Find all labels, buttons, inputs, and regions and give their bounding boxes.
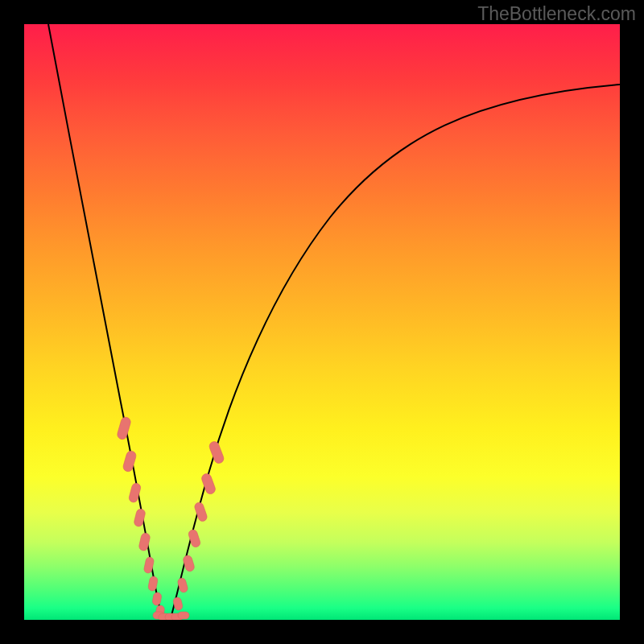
left-branch-curve [48,24,164,618]
svg-rect-7 [152,592,163,605]
right-branch-curve [171,85,620,618]
svg-rect-20 [208,440,225,464]
markers-bottom [153,612,189,620]
markers-right [172,440,225,611]
svg-rect-13 [178,612,189,619]
svg-rect-16 [182,555,195,572]
svg-rect-6 [147,576,158,592]
svg-rect-1 [122,450,138,473]
svg-rect-15 [177,577,189,593]
watermark-text: TheBottleneck.com [477,3,636,25]
curve-layer [24,24,620,620]
svg-rect-14 [172,597,184,611]
plot-area [24,24,620,620]
chart-frame: TheBottleneck.com [0,0,644,644]
markers-left [116,416,165,617]
svg-rect-0 [116,416,131,440]
